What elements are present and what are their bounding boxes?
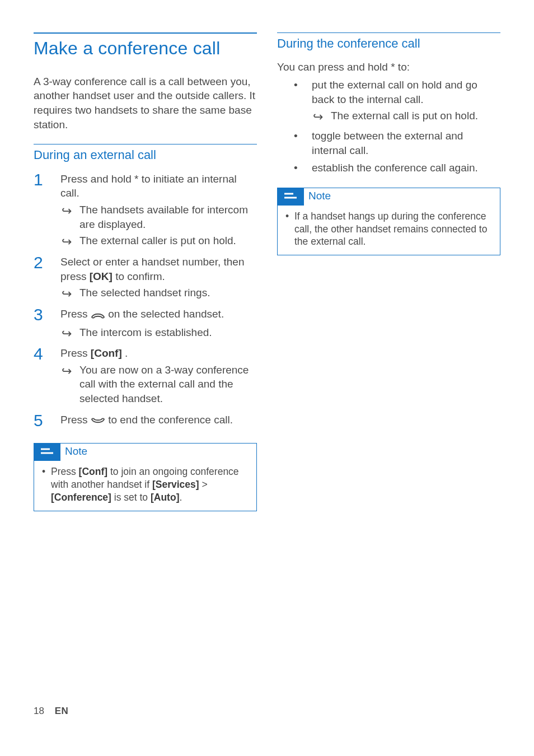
language-code: EN (55, 706, 69, 716)
step-text: . (122, 347, 128, 359)
intro-paragraph: A 3-way conference call is a call betwee… (34, 74, 257, 132)
note-text: > (199, 479, 208, 490)
step-text: to confirm. (113, 270, 165, 282)
result-item: The intercom is established. (60, 325, 257, 342)
note-title: Note (304, 188, 331, 206)
section-heading: Make a conference call (34, 32, 257, 61)
services-menu: [Services] (152, 479, 199, 490)
note-box: Note Press [Conf] to join an ongoing con… (34, 443, 257, 511)
two-column-layout: Make a conference call A 3-way conferenc… (34, 32, 500, 522)
conf-key: [Conf] (91, 347, 122, 359)
note-header: Note (34, 443, 256, 461)
result-list: The selected handset rings. (60, 286, 257, 302)
bullet-item: toggle between the external and internal… (292, 129, 500, 161)
bullet-text: put the external call on hold and go bac… (312, 79, 477, 105)
note-body: If a handset hangs up during the confere… (278, 206, 500, 255)
auto-option: [Auto] (151, 492, 180, 503)
right-column: During the conference call You can press… (277, 32, 500, 522)
step-5: Press to end the conference call. (34, 413, 257, 433)
step-2: Select or enter a handset number, then p… (34, 255, 257, 307)
note-item: Press [Conf] to join an ongoing conferen… (42, 465, 249, 505)
result-item: The handsets available for intercom are … (60, 203, 257, 234)
subsection-heading: During the conference call (277, 32, 500, 52)
step-text: Press (60, 347, 91, 359)
note-item: If a handset hangs up during the confere… (285, 210, 492, 249)
bullet-item: establish the conference call again. (292, 161, 500, 179)
result-item: The external call is put on hold. (312, 109, 500, 125)
bullet-item: put the external call on hold and go bac… (292, 78, 500, 129)
procedure-steps: Press and hold * to initiate an internal… (34, 172, 257, 433)
result-list: The handsets available for intercom are … (60, 203, 257, 250)
step-3: Press on the selected handset. The inter… (34, 307, 257, 346)
note-text: . (179, 492, 182, 503)
note-text: Press (51, 466, 79, 477)
note-header: Note (277, 188, 500, 206)
result-list: The external call is put on hold. (312, 109, 500, 125)
step-4: Press [Conf] . You are now on a 3-way co… (34, 346, 257, 413)
note-icon (34, 443, 60, 461)
hangup-key-icon (91, 414, 105, 429)
note-text: is set to (111, 492, 151, 503)
note-icon (277, 188, 304, 206)
conference-menu: [Conference] (51, 492, 111, 503)
step-1: Press and hold * to initiate an internal… (34, 172, 257, 255)
manual-page: Make a conference call A 3-way conferenc… (0, 0, 534, 756)
note-body: Press [Conf] to join an ongoing conferen… (34, 461, 256, 510)
result-item: The external caller is put on hold. (60, 234, 257, 250)
ok-key: [OK] (90, 270, 113, 282)
step-text: Press (60, 414, 91, 426)
result-item: You are now on a 3-way conference call w… (60, 363, 257, 408)
page-footer: 18 EN (34, 706, 68, 717)
step-text: Press (60, 308, 91, 320)
subsection-heading: During an external call (34, 144, 257, 164)
step-text: Press and hold * to initiate an internal… (60, 173, 237, 199)
page-number: 18 (34, 706, 44, 716)
lead-paragraph: You can press and hold * to: (277, 60, 500, 74)
step-text: to end the conference call. (105, 414, 233, 426)
result-list: You are now on a 3-way conference call w… (60, 363, 257, 408)
left-column: Make a conference call A 3-way conferenc… (34, 32, 257, 522)
result-item: The selected handset rings. (60, 286, 257, 302)
note-box: Note If a handset hangs up during the co… (277, 188, 500, 255)
bullet-list: put the external call on hold and go bac… (277, 78, 500, 179)
answer-key-icon (91, 309, 105, 323)
step-text: on the selected handset. (105, 308, 224, 320)
note-title: Note (60, 443, 87, 461)
result-list: The intercom is established. (60, 325, 257, 342)
conf-key: [Conf] (79, 466, 108, 477)
